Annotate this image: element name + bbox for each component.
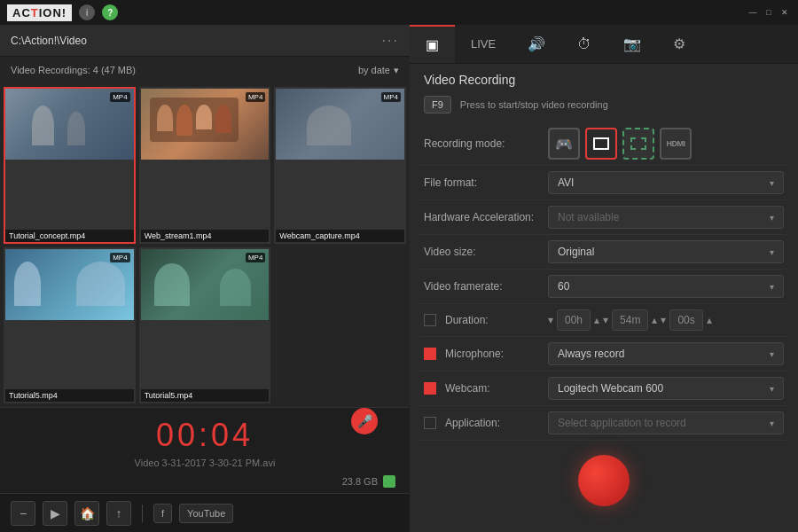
webcam-label-row: Webcam:	[424, 382, 548, 395]
duration-minutes-value: 54m	[613, 310, 647, 330]
help-icon[interactable]: ?	[102, 4, 118, 20]
mode-region[interactable]	[622, 128, 654, 160]
home-button[interactable]: 🏠	[74, 501, 99, 526]
mp4-badge-0: MP4	[110, 92, 129, 102]
file-format-arrow: ▾	[770, 178, 774, 188]
video-framerate-label: Video framerate:	[424, 280, 548, 293]
tab-clock[interactable]: ⏱	[561, 25, 607, 63]
mp4-badge-3: MP4	[110, 253, 129, 262]
webcam-checkbox[interactable]	[424, 382, 436, 395]
record-button[interactable]	[578, 455, 630, 506]
application-value: Select application to record	[558, 417, 686, 429]
duration-up-2[interactable]: ▴	[652, 314, 657, 326]
thumbnail-item-2[interactable]: MP4 Webcam_capture.mp4	[274, 87, 406, 244]
mode-hdmi[interactable]: HDMI	[660, 128, 692, 160]
duration-seconds-value: 00s	[670, 310, 701, 330]
microphone-label-row: Microphone:	[424, 348, 548, 360]
maximize-button[interactable]: □	[763, 6, 775, 19]
upload-button[interactable]: ↑	[106, 501, 131, 526]
mp4-badge-4: MP4	[246, 253, 265, 262]
play-button[interactable]: ▶	[43, 501, 67, 526]
hotkey-description: Press to start/stop video recording	[460, 99, 608, 110]
mode-screen[interactable]	[585, 128, 617, 160]
storage-text: 23.8 GB	[342, 476, 378, 487]
microphone-checkbox[interactable]	[424, 348, 436, 360]
live-tab-label: LIVE	[471, 37, 496, 51]
thumb-preview-1: MP4	[141, 89, 270, 160]
video-framerate-dropdown[interactable]: 60 ▾	[548, 275, 784, 298]
record-button-row	[410, 441, 798, 520]
hardware-accel-value: Not available	[558, 211, 619, 223]
duration-up-3[interactable]: ▴	[707, 314, 712, 326]
thumb-person-6	[154, 263, 190, 306]
microphone-dropdown[interactable]: Always record ▾	[548, 342, 784, 365]
path-more-button[interactable]: ···	[382, 33, 399, 49]
duration-up-1[interactable]: ▴	[594, 314, 599, 326]
thumbnail-item-4[interactable]: MP4 Tutorial5.mp4	[139, 247, 271, 404]
duration-control: ▾ 00h ▴ ▾ 54m ▴ ▾ 00s	[548, 309, 784, 331]
application-control: Select application to record ▾	[548, 411, 784, 434]
tab-live[interactable]: LIVE	[455, 25, 512, 63]
gamepad-icon: 🎮	[555, 136, 573, 153]
info-icon[interactable]: i	[79, 4, 95, 20]
thumb-person-5	[76, 262, 125, 306]
hardware-accel-dropdown[interactable]: Not available ▾	[548, 206, 784, 229]
duration-hours-spinner[interactable]: 00h	[557, 309, 591, 331]
application-label-row: Application:	[424, 417, 548, 429]
minus-button[interactable]: −	[11, 501, 35, 526]
count-text: Video Recordings: 4 (47 MB)	[11, 65, 136, 75]
controls-separator	[142, 505, 143, 522]
section-title: Video Recording	[410, 64, 798, 92]
setting-application: Application: Select application to recor…	[420, 406, 787, 441]
file-format-dropdown[interactable]: AVI ▾	[548, 171, 784, 194]
webcam-dropdown[interactable]: Logitech Webcam 600 ▾	[548, 377, 784, 400]
tab-settings[interactable]: ⚙	[657, 25, 701, 63]
duration-down-3[interactable]: ▾	[661, 314, 666, 326]
close-button[interactable]: ✕	[778, 6, 791, 19]
duration-down-2[interactable]: ▾	[603, 314, 608, 326]
player-inner: 00:04 🎤 Video 3-31-2017 3-30-21 PM.avi 2…	[0, 408, 410, 493]
clock-tab-icon: ⏱	[577, 36, 591, 52]
thumbnail-item-3[interactable]: MP4 Tutorial5.mp4	[4, 247, 136, 404]
thumb-crowd	[150, 98, 239, 142]
mp4-badge-2: MP4	[381, 92, 401, 102]
mode-gamepad[interactable]: 🎮	[548, 128, 580, 160]
duration-checkbox[interactable]	[424, 314, 436, 326]
setting-duration: Duration: ▾ 00h ▴ ▾ 54m	[420, 304, 787, 337]
application-checkbox[interactable]	[424, 417, 436, 429]
right-content: Video Recording F9 Press to start/stop v…	[410, 64, 798, 532]
thumb-preview-2: MP4	[276, 89, 404, 160]
facebook-button[interactable]: f	[153, 504, 172, 523]
duration-minutes-spinner[interactable]: 54m	[612, 309, 648, 331]
thumbnail-item-0[interactable]: MP4 Tutorial_concept.mp4	[4, 87, 136, 244]
setting-recording-mode: Recording mode: 🎮	[420, 122, 787, 166]
video-framerate-value: 60	[558, 280, 569, 293]
mic-button[interactable]: 🎤	[351, 408, 378, 434]
duration-spinners: ▾ 00h ▴ ▾ 54m ▴ ▾ 00s	[548, 309, 712, 331]
settings-rows: Recording mode: 🎮	[410, 122, 798, 441]
youtube-button[interactable]: YouTube	[179, 504, 233, 523]
microphone-label-text: Microphone:	[445, 348, 504, 360]
thumb-preview-0: MP4	[5, 89, 134, 160]
thumb-person-7	[220, 269, 251, 306]
minimize-button[interactable]: —	[747, 6, 759, 19]
hotkey-badge: F9	[424, 96, 451, 113]
sort-button[interactable]: by date ▾	[358, 65, 399, 76]
settings-tab-icon: ⚙	[673, 35, 685, 52]
video-tab-icon: ▣	[426, 36, 439, 53]
video-size-dropdown[interactable]: Original ▾	[548, 240, 784, 263]
window-controls: — □ ✕	[747, 6, 791, 19]
thumbnail-item-1[interactable]: MP4 Web_stream1.mp4	[139, 87, 271, 244]
hardware-accel-control: Not available ▾	[548, 206, 784, 229]
duration-seconds-spinner[interactable]: 00s	[669, 309, 702, 331]
setting-video-framerate: Video framerate: 60 ▾	[420, 270, 787, 304]
tab-audio[interactable]: 🔊	[512, 25, 561, 63]
tab-video[interactable]: ▣	[410, 25, 455, 63]
thumb-figure	[32, 106, 54, 145]
duration-down-1[interactable]: ▾	[548, 314, 553, 326]
setting-file-format: File format: AVI ▾	[420, 166, 787, 200]
left-panel: C:\Action!\Video ··· Video Recordings: 4…	[0, 25, 410, 532]
tab-camera[interactable]: 📷	[607, 25, 657, 63]
file-format-control: AVI ▾	[548, 171, 784, 194]
application-dropdown[interactable]: Select application to record ▾	[548, 411, 784, 434]
